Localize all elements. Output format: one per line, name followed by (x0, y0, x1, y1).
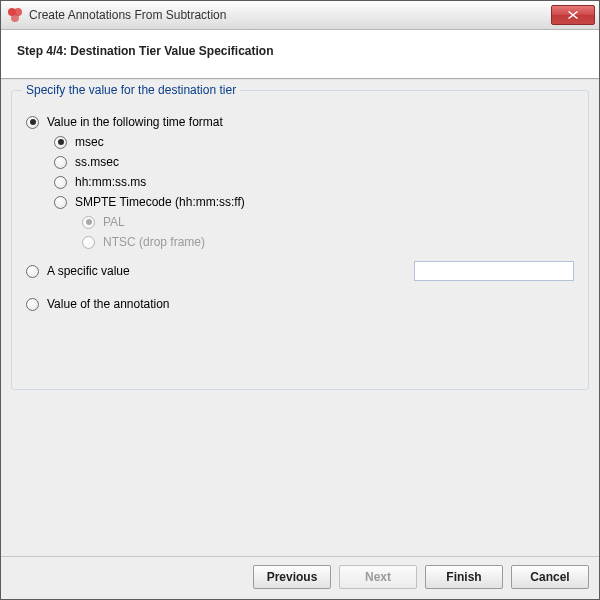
option-time-format[interactable]: Value in the following time format (26, 115, 574, 129)
format-hhmmss-label: hh:mm:ss.ms (75, 175, 146, 189)
option-specific-value-label: A specific value (47, 264, 130, 278)
smpte-ntsc: NTSC (drop frame) (82, 235, 574, 249)
format-ssmsec[interactable]: ss.msec (54, 155, 574, 169)
previous-button[interactable]: Previous (253, 565, 331, 589)
cancel-button[interactable]: Cancel (511, 565, 589, 589)
format-smpte-label: SMPTE Timecode (hh:mm:ss:ff) (75, 195, 245, 209)
wizard-header: Step 4/4: Destination Tier Value Specifi… (1, 30, 599, 78)
next-button-label: Next (365, 570, 391, 584)
finish-button-label: Finish (446, 570, 481, 584)
svg-point-2 (11, 14, 19, 22)
format-hhmmss[interactable]: hh:mm:ss.ms (54, 175, 574, 189)
close-button[interactable] (551, 5, 595, 25)
group-legend: Specify the value for the destination ti… (22, 83, 240, 97)
close-icon (568, 11, 578, 19)
radio-icon (26, 298, 39, 311)
option-annotation-value[interactable]: Value of the annotation (26, 297, 574, 311)
next-button: Next (339, 565, 417, 589)
radio-icon (54, 156, 67, 169)
smpte-ntsc-label: NTSC (drop frame) (103, 235, 205, 249)
titlebar: Create Annotations From Subtraction (1, 1, 599, 30)
dialog-window: Create Annotations From Subtraction Step… (0, 0, 600, 600)
radio-icon (26, 265, 39, 278)
option-time-format-label: Value in the following time format (47, 115, 223, 129)
smpte-pal: PAL (82, 215, 574, 229)
radio-icon (82, 216, 95, 229)
option-annotation-value-label: Value of the annotation (47, 297, 170, 311)
format-smpte[interactable]: SMPTE Timecode (hh:mm:ss:ff) (54, 195, 574, 209)
body-filler (11, 390, 589, 556)
radio-icon (82, 236, 95, 249)
format-msec-label: msec (75, 135, 104, 149)
radio-icon (26, 116, 39, 129)
radio-icon (54, 196, 67, 209)
radio-icon (54, 136, 67, 149)
finish-button[interactable]: Finish (425, 565, 503, 589)
previous-button-label: Previous (267, 570, 318, 584)
window-title: Create Annotations From Subtraction (29, 8, 549, 22)
smpte-pal-label: PAL (103, 215, 125, 229)
step-label: Step 4/4: Destination Tier Value Specifi… (17, 44, 583, 58)
specific-value-input[interactable] (414, 261, 574, 281)
format-msec[interactable]: msec (54, 135, 574, 149)
option-specific-value-row: A specific value (26, 261, 574, 281)
button-bar: Previous Next Finish Cancel (1, 556, 599, 599)
format-ssmsec-label: ss.msec (75, 155, 119, 169)
option-specific-value[interactable]: A specific value (26, 264, 130, 278)
cancel-button-label: Cancel (530, 570, 569, 584)
wizard-body: Specify the value for the destination ti… (1, 80, 599, 556)
destination-value-group: Specify the value for the destination ti… (11, 90, 589, 390)
app-icon (7, 7, 23, 23)
radio-icon (54, 176, 67, 189)
